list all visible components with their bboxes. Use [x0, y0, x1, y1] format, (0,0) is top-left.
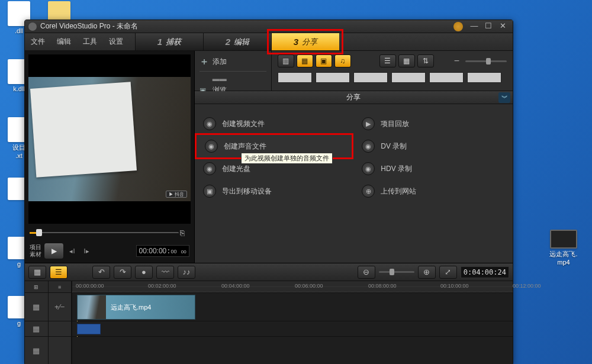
- storyboard-view-button[interactable]: ▦: [28, 266, 46, 279]
- icon-label: g: [17, 320, 21, 327]
- mode-project[interactable]: 项目: [30, 244, 41, 251]
- video-clip[interactable]: 远走高飞.mp4: [77, 295, 195, 320]
- tooltip: 为此视频创建单独的音频文件: [241, 153, 333, 164]
- share-export-mobile[interactable]: ▣导出到移动设备: [195, 180, 354, 202]
- window-title: Corel VideoStudio Pro - 未命名: [40, 21, 138, 31]
- icon-label: 远走高飞. mp4: [549, 250, 577, 266]
- play-icon: ▶: [362, 117, 375, 130]
- lib-thumb[interactable]: [316, 72, 350, 83]
- lib-photo-button[interactable]: ▣: [316, 54, 332, 67]
- plus-icon: ＋: [200, 56, 209, 68]
- menu-edit[interactable]: 编辑: [51, 33, 77, 50]
- lib-thumb[interactable]: [353, 72, 388, 83]
- collapse-icon[interactable]: ︾: [498, 92, 510, 103]
- share-hdv-record[interactable]: ◉HDV 录制: [353, 157, 513, 180]
- lib-thumb[interactable]: [278, 72, 312, 83]
- menu-settings[interactable]: 设置: [103, 33, 129, 50]
- clip-label: 远走高飞.mp4: [111, 303, 151, 312]
- reel-icon: ◉: [203, 117, 216, 130]
- add-button[interactable]: ＋添加: [200, 54, 266, 69]
- mobile-icon: ▣: [203, 185, 216, 198]
- video-track-icon[interactable]: ▦: [25, 293, 49, 321]
- step-share[interactable]: 3分享: [271, 33, 339, 50]
- share-create-video[interactable]: ◉创建视频文件: [195, 112, 354, 135]
- share-upload-web[interactable]: ⊕上传到网站: [353, 180, 513, 202]
- timeline-view-button[interactable]: ☰: [50, 266, 67, 279]
- zoom-in-button[interactable]: ⊕: [418, 266, 436, 279]
- share-options: ◉创建视频文件 ▶项目回放 ◉创建声音文件 ◉DV 录制 ◉创建光盘 ◉HDV …: [195, 104, 513, 263]
- desktop-video-file[interactable]: 远走高飞. mp4: [546, 225, 581, 266]
- audio-mixer-button[interactable]: 〰: [156, 266, 174, 279]
- maximize-button[interactable]: ☐: [482, 22, 495, 31]
- toggle-tracks-icon[interactable]: ⊞: [25, 281, 49, 292]
- play-button[interactable]: ▶: [44, 243, 64, 259]
- lib-thumb[interactable]: [429, 72, 464, 83]
- globe-icon: ⊕: [362, 185, 375, 198]
- timeline-zoom-slider[interactable]: [379, 271, 414, 273]
- preview-panel: ▶ 抖音 ⎘ 项目 素材 ▶ ◂I I▸ 00:00:00:00 00: [25, 51, 195, 263]
- overlay-clip[interactable]: [77, 324, 101, 334]
- repeat-icon[interactable]: ⎘: [180, 228, 189, 238]
- preview-viewport[interactable]: ▶ 抖音: [28, 54, 191, 224]
- next-frame-button[interactable]: I▸: [81, 245, 92, 257]
- lib-video-button[interactable]: ▦: [297, 54, 313, 67]
- step-edit[interactable]: 2编辑: [203, 33, 271, 50]
- share-project-playback[interactable]: ▶项目回放: [353, 112, 513, 135]
- timecode-display[interactable]: 00:00:00:00 00: [136, 245, 189, 257]
- minimize-button[interactable]: —: [468, 22, 481, 31]
- redo-button[interactable]: ↷: [114, 266, 131, 279]
- step-capture[interactable]: 1捕获: [135, 33, 203, 50]
- watermark-icon: ▶ 抖音: [166, 191, 187, 198]
- record-button[interactable]: ●: [135, 266, 153, 279]
- close-button[interactable]: ✕: [496, 22, 509, 31]
- app-window: Corel VideoStudio Pro - 未命名 — ☐ ✕ 文件 编辑 …: [24, 20, 513, 364]
- disc-icon: ◉: [203, 162, 216, 175]
- lib-thumb[interactable]: [391, 72, 426, 83]
- audio-icon: ◉: [205, 140, 218, 153]
- sort-button[interactable]: ⇅: [417, 54, 434, 67]
- overlay-track-icon[interactable]: ▦: [25, 321, 49, 336]
- menubar: 文件 编辑 工具 设置 1捕获 2编辑 3分享: [25, 33, 513, 51]
- view-grid-button[interactable]: ▦: [398, 54, 415, 67]
- overlay-track[interactable]: ▦: [25, 321, 513, 337]
- lib-thumb[interactable]: [467, 72, 501, 83]
- timeline-timecode[interactable]: 0:04:00:24: [461, 266, 509, 278]
- undo-button[interactable]: ↶: [92, 266, 110, 279]
- timeline-tracks: ▦+⁄− 远走高飞.mp4 ▦ ▦ ♪: [25, 293, 513, 364]
- lib-folder-button[interactable]: ▥: [278, 54, 294, 67]
- help-icon[interactable]: [453, 22, 463, 31]
- audio-track-icon[interactable]: ▦: [25, 337, 49, 364]
- scrub-bar[interactable]: ⎘: [30, 227, 189, 239]
- view-list-button[interactable]: ☰: [379, 54, 396, 67]
- camera-icon: ◉: [362, 162, 375, 175]
- collapsed-row[interactable]: ▬▬: [200, 73, 266, 84]
- enable-track-icon[interactable]: +⁄−: [49, 293, 72, 321]
- zoom-out-icon: −: [454, 56, 459, 66]
- app-logo-icon: [28, 22, 37, 31]
- icon-label: k.dll: [13, 85, 25, 92]
- zoom-out-button[interactable]: ⊖: [358, 266, 375, 279]
- video-track[interactable]: ▦+⁄− 远走高飞.mp4: [25, 293, 513, 321]
- timeline-panel: ▦ ☰ ↶ ↷ ● 〰 ♪♪ ⊖ ⊕ ⤢ 0:04:00:24 ⊞ ≡ 00:0…: [25, 263, 513, 364]
- mode-clip[interactable]: 素材: [30, 251, 41, 258]
- menu-tools[interactable]: 工具: [77, 33, 103, 50]
- titlebar: Corel VideoStudio Pro - 未命名 — ☐ ✕: [25, 20, 513, 33]
- timeline-ruler[interactable]: ⊞ ≡ 00:00:00:00 00:02:00:00 00:04:00:00 …: [25, 281, 513, 293]
- track-height-icon[interactable]: ≡: [49, 281, 72, 292]
- icon-label: .dll: [15, 27, 23, 34]
- share-dv-record[interactable]: ◉DV 录制: [353, 135, 513, 157]
- lib-audio-button[interactable]: ♫: [334, 54, 351, 67]
- icon-label: 设目 .xt: [12, 144, 25, 159]
- icon-label: g: [17, 260, 21, 268]
- fit-timeline-button[interactable]: ⤢: [439, 266, 457, 279]
- preview-controls: 项目 素材 ▶ ◂I I▸ 00:00:00:00 00: [25, 239, 194, 263]
- right-panel: ＋添加 ▬▬ ▣浏览 ▥ ▦ ▣ ♫ ☰ ▦ ⇅: [195, 51, 513, 263]
- share-header: 分享 ︾: [195, 91, 513, 104]
- audio-track[interactable]: ▦: [25, 337, 513, 364]
- prev-frame-button[interactable]: ◂I: [66, 245, 78, 257]
- auto-music-button[interactable]: ♪♪: [178, 266, 195, 279]
- menu-file[interactable]: 文件: [25, 33, 51, 50]
- lib-zoom-slider[interactable]: −: [454, 56, 507, 66]
- camera-icon: ◉: [362, 140, 375, 153]
- timeline-toolbar: ▦ ☰ ↶ ↷ ● 〰 ♪♪ ⊖ ⊕ ⤢ 0:04:00:24: [25, 263, 513, 281]
